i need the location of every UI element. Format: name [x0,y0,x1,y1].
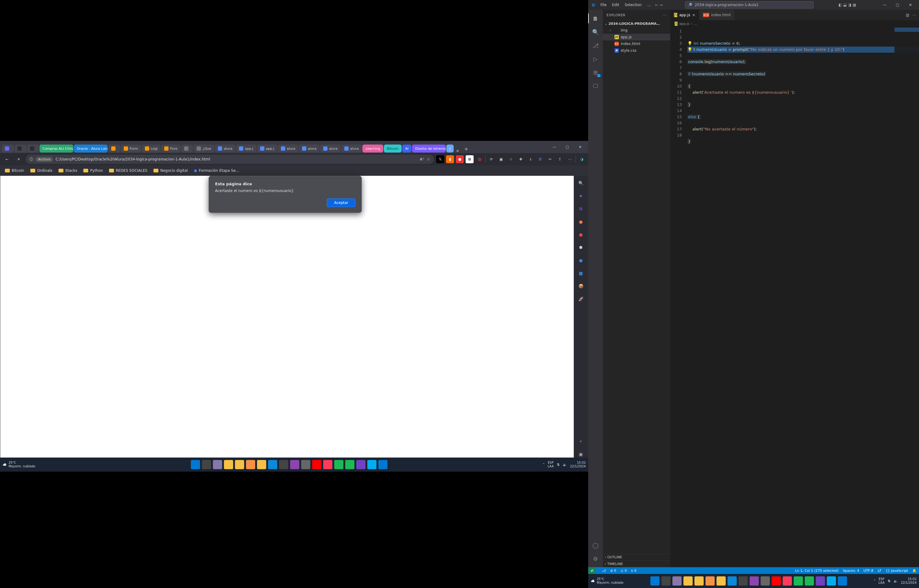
code-line[interactable] [687,132,919,139]
taskbar-app[interactable] [224,460,233,469]
notification-bell-icon[interactable]: 🔔 [912,569,917,573]
code-line[interactable]: alert('Acertaste el numero es ${numerous… [687,89,919,95]
back-button[interactable]: ← [2,155,11,164]
taskbar-app[interactable] [301,460,310,469]
bookmark-item[interactable]: Stacks [56,167,80,174]
taskbar-app[interactable] [728,577,737,586]
settings-icon[interactable]: ⚙ [588,552,603,565]
browser-tab[interactable]: Compras ALI China [40,145,73,152]
crumb-more[interactable]: … [694,22,697,26]
wand-icon[interactable]: ✦ [577,192,585,200]
code-line[interactable]: alert("No acertaste el número"); [687,126,919,132]
extensions-icon[interactable]: ⊞1 [588,66,603,78]
tree-item[interactable]: JSapp.js [603,34,670,40]
browser-tab[interactable]: alura [299,145,320,152]
taskbar-app[interactable] [323,460,333,469]
panel-bottom-icon[interactable]: ⬓ [843,3,847,7]
search-activity-icon[interactable]: 🔍 [588,26,603,38]
browser-tab[interactable]: Foro [161,145,181,152]
breadcrumbs[interactable]: JS app.js › … [670,20,919,27]
tab-close-icon[interactable]: ✕ [454,149,461,153]
taskbar-app[interactable] [816,577,825,586]
branch-indicator[interactable]: ⎇ [602,569,606,573]
tree-item[interactable]: <>index.html [603,40,670,47]
wifi-icon[interactable]: ⇅ [888,579,890,583]
minimap[interactable] [895,27,919,567]
bookmark-item[interactable]: Ordinals [28,167,55,174]
menu-item[interactable]: Selection [622,2,644,8]
crumb-file[interactable]: app.js [679,22,689,26]
code-line[interactable] [687,65,919,71]
browser-tab[interactable] [181,145,193,152]
menu-item[interactable]: … [645,2,653,8]
browser-tab[interactable]: AI [402,145,412,152]
menu-item[interactable]: Edit [610,2,622,8]
timeline-panel[interactable]: ›TIMELINE [603,561,670,567]
taskbar-app[interactable] [345,460,354,469]
browser-tab[interactable]: Form [121,145,141,152]
extensions-icon[interactable]: ✚ [517,155,525,163]
minimize-button[interactable]: — [879,0,891,10]
taskbar-app[interactable] [672,577,682,586]
lightbulb-icon[interactable]: 💡 [687,41,692,46]
taskbar-app[interactable] [761,577,770,586]
share-icon[interactable]: ⇪ [556,155,564,163]
code-line[interactable]: else { [687,114,919,120]
bookmark-item[interactable]: Negocio digital [151,167,190,174]
browser-tab[interactable]: Learning [362,145,383,152]
bug-icon[interactable]: ✽ [577,243,585,252]
taskbar-app[interactable] [235,460,244,469]
ext-orange-icon[interactable]: ▮ [446,155,454,163]
taskbar-app[interactable] [268,460,277,469]
system-tray[interactable]: ˄ ESP LAA ⇅ 🔈 15:02 22/1/2024 [874,577,917,585]
browser-tab[interactable] [108,145,120,152]
cursor-position[interactable]: Ln 1, Col 1 (275 selected) [795,569,839,573]
browser-tab[interactable]: alura [341,145,362,152]
browser-tab[interactable]: alura [278,145,298,152]
taskbar-app[interactable] [378,460,388,469]
new-tab-button[interactable]: + [462,145,471,153]
browser-tab[interactable]: ¿Que [194,145,214,152]
ime-indicator[interactable]: ESP [548,461,554,465]
bookmark-item[interactable]: Python [81,167,105,174]
code-line[interactable] [687,108,919,114]
tab-close-icon[interactable]: ✕ [692,13,695,18]
remote-icon[interactable]: 🖵 [588,80,603,92]
browser-tab[interactable]: app.j [236,145,256,152]
eol-indicator[interactable]: LF [878,569,881,573]
dialog-accept-button[interactable]: Aceptar [327,199,355,207]
clock-time[interactable]: 15:02 [901,577,917,581]
browser-tab[interactable] [15,145,26,152]
taskbar-app[interactable] [738,577,748,586]
rocket-icon[interactable]: 🚀 [577,295,585,303]
ime-indicator[interactable]: ESP [879,577,885,581]
taskbar-app[interactable] [838,577,847,586]
explorer-icon[interactable]: 🗎 [588,12,603,24]
lightbulb-icon[interactable]: 💡 [687,47,692,52]
tree-item[interactable]: ›img [603,27,670,34]
ext-dots-icon[interactable]: ⊞ [466,155,473,163]
code-line[interactable]: if (numeroUsuario == numeroSecreto) [687,71,919,77]
close-button[interactable]: ✕ [574,142,586,152]
bookmark-item[interactable]: REDES SOCIALES [107,167,150,174]
nav-back-icon[interactable]: ← [655,3,658,7]
code-line[interactable]: console.log(numeroUsuario); [687,59,919,65]
browser-tab[interactable]: Bitcoin [384,145,402,152]
orb1-icon[interactable]: ● [577,217,585,226]
more-icon[interactable]: ⋯ [663,13,667,17]
code-line[interactable]: } [687,139,919,145]
chevron-up-icon[interactable]: ˄ [543,463,545,467]
editor-tab[interactable]: <>index.html [699,10,735,20]
encoding-indicator[interactable]: UTF-8 [864,569,873,573]
account-icon[interactable]: ◯ [588,539,603,551]
panel-left-icon[interactable]: ◧ [838,3,842,7]
debug-icon[interactable]: ▷ [588,53,603,65]
nav-fwd-icon[interactable]: → [659,3,662,7]
box-icon[interactable]: 📦 [577,282,585,290]
browser-tab[interactable]: app.j [257,145,277,152]
code-line[interactable] [687,53,919,59]
more-icon[interactable]: ⋯ [566,155,574,163]
taskbar-app[interactable] [356,460,365,469]
code-line[interactable]: 💡t numeroUsuario = prompt("Me indicas un… [687,47,919,53]
code-content[interactable]: 💡let numeroSecreto = 6;💡t numeroUsuario … [685,27,919,567]
